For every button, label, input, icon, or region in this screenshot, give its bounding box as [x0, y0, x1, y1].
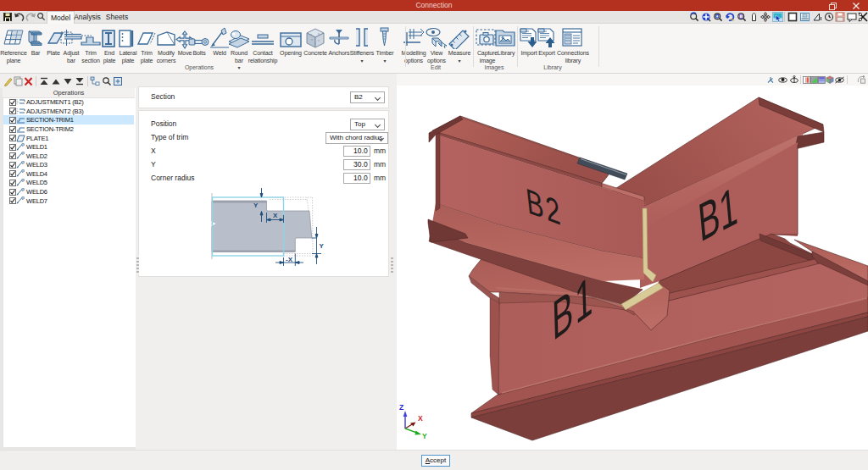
- svg-text:X: X: [273, 212, 278, 219]
- svg-text:Y: Y: [320, 242, 325, 250]
- svg-text:X: X: [418, 414, 423, 423]
- svg-text:Y: Y: [422, 432, 427, 440]
- svg-text:Z: Z: [399, 403, 403, 412]
- svg-text:Y: Y: [253, 202, 259, 209]
- svg-text:-X: -X: [286, 256, 293, 263]
